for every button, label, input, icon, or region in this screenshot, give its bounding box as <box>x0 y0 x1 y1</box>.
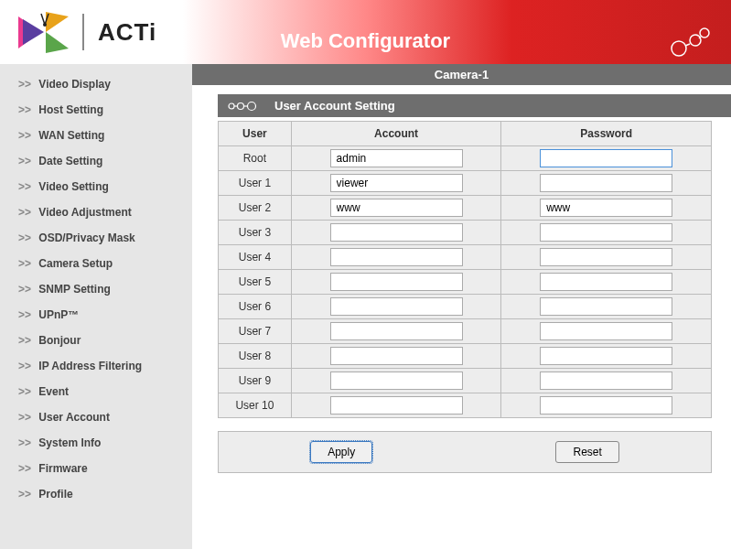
sidebar-item-firmware[interactable]: >> Firmware <box>0 456 192 481</box>
sidebar-item-snmp-setting[interactable]: >> SNMP Setting <box>0 276 192 302</box>
sidebar-item-video-display[interactable]: >> Video Display <box>0 71 192 97</box>
reset-button[interactable]: Reset <box>555 441 618 463</box>
sidebar-item-label: Event <box>38 385 69 398</box>
butterfly-icon <box>18 12 73 53</box>
sidebar-item-label: Date Setting <box>38 155 102 167</box>
section-header: User Account Setting <box>218 94 731 117</box>
svg-point-10 <box>229 103 234 109</box>
svg-point-6 <box>690 35 701 46</box>
sidebar-item-profile[interactable]: >> Profile <box>0 481 192 507</box>
table-row: User 3 <box>219 221 712 245</box>
sidebar-item-label: Camera Setup <box>38 257 113 270</box>
sidebar-item-label: Host Setting <box>38 103 103 116</box>
page-title: Web Configurator <box>281 29 450 53</box>
password-input[interactable] <box>540 149 672 167</box>
chevron-icon: >> <box>18 308 31 321</box>
user-label: Root <box>219 146 292 171</box>
password-input[interactable] <box>540 322 672 340</box>
col-user: User <box>219 122 292 146</box>
sidebar-item-label: Firmware <box>38 462 87 475</box>
chevron-icon: >> <box>18 411 31 424</box>
account-input[interactable] <box>330 322 463 340</box>
chevron-icon: >> <box>18 360 31 372</box>
chevron-icon: >> <box>18 436 31 449</box>
account-input[interactable] <box>330 149 463 167</box>
user-label: User 9 <box>219 369 292 393</box>
password-input[interactable] <box>540 396 672 415</box>
table-row: User 2 <box>219 196 712 221</box>
logo-divider <box>82 14 84 50</box>
chevron-icon: >> <box>18 334 31 347</box>
password-input[interactable] <box>540 297 672 316</box>
sidebar-item-upnp-[interactable]: >> UPnP™ <box>0 302 192 328</box>
password-input[interactable] <box>540 174 672 192</box>
sidebar-item-host-setting[interactable]: >> Host Setting <box>0 97 192 123</box>
account-input[interactable] <box>330 297 463 316</box>
password-input[interactable] <box>540 372 672 390</box>
camera-bar: Camera-1 <box>192 64 731 85</box>
account-input[interactable] <box>330 248 463 266</box>
sidebar-item-label: Bonjour <box>38 334 81 347</box>
app-header: ACTi Web Configurator <box>0 0 731 64</box>
password-input[interactable] <box>540 248 672 266</box>
table-row: User 6 <box>219 295 712 319</box>
password-input[interactable] <box>540 347 672 365</box>
svg-point-7 <box>672 41 686 56</box>
account-input[interactable] <box>330 273 463 291</box>
sidebar-item-video-adjustment[interactable]: >> Video Adjustment <box>0 199 192 225</box>
svg-marker-1 <box>46 12 69 32</box>
account-input[interactable] <box>330 199 463 217</box>
user-label: User 6 <box>219 295 292 319</box>
chevron-icon: >> <box>18 78 31 91</box>
brand-text: ACTi <box>98 18 156 47</box>
button-row: Apply Reset <box>218 431 712 473</box>
svg-line-9 <box>685 44 690 46</box>
chevron-icon: >> <box>18 462 31 475</box>
chevron-icon: >> <box>18 180 31 193</box>
col-password: Password <box>501 122 712 146</box>
section-ornament-icon <box>227 100 260 113</box>
account-input[interactable] <box>330 174 463 192</box>
account-input[interactable] <box>330 372 463 390</box>
user-label: User 2 <box>219 196 292 221</box>
sidebar-item-camera-setup[interactable]: >> Camera Setup <box>0 251 192 276</box>
user-label: User 1 <box>219 171 292 196</box>
sidebar-item-label: Video Setting <box>38 180 108 193</box>
sidebar-item-event[interactable]: >> Event <box>0 379 192 404</box>
sidebar-item-label: WAN Setting <box>38 129 104 142</box>
table-row: User 10 <box>219 393 712 418</box>
account-input[interactable] <box>330 396 463 415</box>
brand-logo: ACTi <box>18 12 156 53</box>
sidebar-item-video-setting[interactable]: >> Video Setting <box>0 174 192 199</box>
sidebar-item-wan-setting[interactable]: >> WAN Setting <box>0 123 192 148</box>
table-row: User 1 <box>219 171 712 196</box>
password-input[interactable] <box>540 273 672 291</box>
sidebar-nav: >> Video Display>> Host Setting>> WAN Se… <box>0 64 192 549</box>
sidebar-item-label: Video Adjustment <box>38 206 131 219</box>
sidebar-item-user-account[interactable]: >> User Account <box>0 404 192 430</box>
col-account: Account <box>291 122 501 146</box>
table-row: Root <box>219 146 712 171</box>
account-input[interactable] <box>330 223 463 242</box>
account-input[interactable] <box>330 347 463 365</box>
chevron-icon: >> <box>18 129 31 142</box>
password-input[interactable] <box>540 199 672 217</box>
sidebar-item-ip-address-filtering[interactable]: >> IP Address Filtering <box>0 353 192 379</box>
sidebar-item-system-info[interactable]: >> System Info <box>0 430 192 456</box>
sidebar-item-date-setting[interactable]: >> Date Setting <box>0 148 192 174</box>
sidebar-item-label: Video Display <box>38 78 110 91</box>
svg-point-11 <box>238 102 244 109</box>
chevron-icon: >> <box>18 232 31 244</box>
password-input[interactable] <box>540 223 672 242</box>
sidebar-item-bonjour[interactable]: >> Bonjour <box>0 328 192 353</box>
user-account-table: User Account Password RootUser 1User 2Us… <box>218 121 712 418</box>
sidebar-item-osd-privacy-mask[interactable]: >> OSD/Privacy Mask <box>0 225 192 251</box>
chevron-icon: >> <box>18 155 31 167</box>
table-row: User 4 <box>219 245 712 270</box>
header-ornament-icon <box>662 27 717 59</box>
svg-marker-2 <box>46 32 69 53</box>
chevron-icon: >> <box>18 206 31 219</box>
apply-button[interactable]: Apply <box>310 441 372 463</box>
sidebar-item-label: System Info <box>38 436 101 449</box>
chevron-icon: >> <box>18 257 31 270</box>
